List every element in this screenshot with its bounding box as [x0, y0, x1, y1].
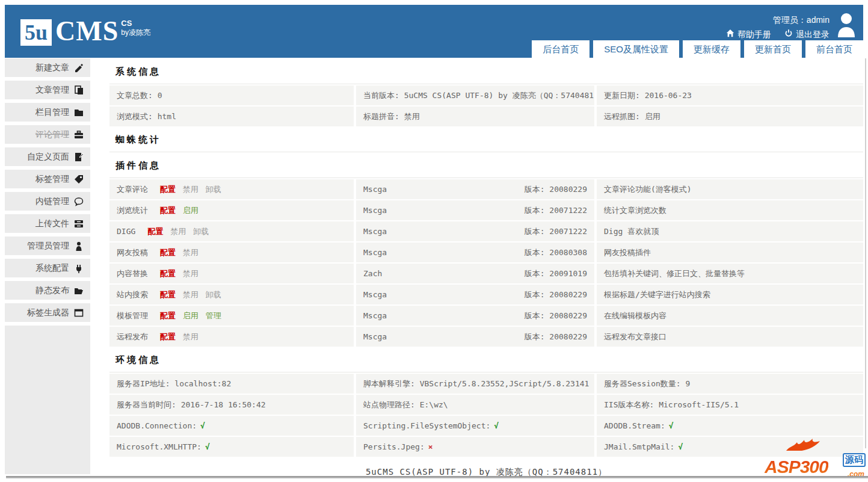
plugin-description: 根据标题/关键字进行站内搜索: [597, 285, 863, 304]
plugin-action-配置[interactable]: 配置: [160, 248, 176, 257]
sidebar-item[interactable]: 文章管理: [5, 81, 90, 99]
section-title-plugins: 插件信息: [109, 152, 863, 178]
check-mark-icon: √: [678, 442, 683, 451]
info-row: ADODB.Connection:√ Scripting.FileSystemO…: [109, 416, 863, 436]
info-cell: 脚本解释引擎: VBScript/5.8.23552,JScript/5.8.2…: [356, 374, 594, 394]
sidebar-item[interactable]: 标签生成器: [5, 303, 90, 322]
plugin-action-卸载[interactable]: 卸载: [206, 185, 221, 194]
plugin-author: Mscga: [363, 243, 387, 262]
logout-link[interactable]: 退出登录: [784, 28, 830, 41]
info-cell: 服务器IP地址: localhost:82: [109, 374, 354, 394]
nav-tab-2[interactable]: 更新缓存: [683, 40, 740, 58]
plugin-author: Mscga: [363, 306, 387, 326]
help-link-label: 帮助手册: [737, 28, 771, 41]
nav-tab-4[interactable]: 前台首页: [805, 40, 863, 58]
article-manage-icon: [74, 85, 84, 95]
plugin-version: 版本: 20080308: [525, 243, 587, 262]
plugin-action-禁用[interactable]: 禁用: [183, 269, 199, 278]
section-title-environment: 环境信息: [109, 347, 863, 372]
plugin-action-配置[interactable]: 配置: [160, 332, 176, 341]
plugin-cell-meta: Mscga 版本: 20080308: [356, 243, 594, 262]
sidebar-item-label: 静态发布: [35, 285, 69, 296]
sidebar-item[interactable]: 新建文章: [5, 58, 90, 77]
sidebar-item[interactable]: 内链管理: [5, 192, 90, 211]
page: 5u CMS CS by凌陈亮 管理员：admin 帮助手册: [0, 0, 868, 482]
plugin-row: 远程发布 配置禁用 Mscga 版本: 20080229 远程发布文章接口: [109, 327, 863, 347]
logo-edition: CS: [121, 19, 150, 28]
sidebar-item[interactable]: 上传文件: [5, 214, 90, 233]
plugin-cell-main: DIGG 配置禁用卸载: [109, 221, 354, 241]
plugin-version: 版本: 20080229: [525, 327, 587, 347]
open-folder-icon: [74, 286, 84, 295]
folder-icon: [74, 108, 84, 117]
window-icon: [74, 308, 84, 318]
plugin-action-配置[interactable]: 配置: [147, 227, 163, 236]
main-content: 系统信息 文章总数: 0 当前版本: 5uCMS CS(ASP UTF-8) b…: [109, 58, 863, 478]
sidebar-item[interactable]: 自定义页面: [5, 147, 90, 166]
plugin-action-配置[interactable]: 配置: [160, 206, 176, 215]
info-cell: 文章总数: 0: [109, 85, 354, 105]
check-mark-icon: √: [494, 421, 499, 430]
nav-tab-3[interactable]: 更新首页: [744, 40, 802, 58]
plugin-action-禁用[interactable]: 禁用: [183, 185, 199, 194]
plugin-action-禁用[interactable]: 禁用: [183, 290, 199, 299]
plugin-name: 模板管理: [117, 311, 148, 320]
plugin-action-禁用[interactable]: 禁用: [170, 227, 186, 236]
sidebar-item[interactable]: 标签管理: [5, 170, 90, 188]
plugin-description: 包括填补关键词、修正日文、批量替换等: [597, 264, 863, 283]
nav-tab-1[interactable]: SEO及属性设置: [593, 40, 679, 58]
plugin-action-配置[interactable]: 配置: [160, 311, 176, 320]
info-row: 服务器IP地址: localhost:82 脚本解释引擎: VBScript/5…: [109, 374, 863, 394]
plugin-name: 浏览统计: [117, 206, 148, 215]
plugin-row: 文章评论 配置禁用卸载 Mscga 版本: 20080229 文章评论功能(游客…: [109, 179, 863, 199]
plugin-action-配置[interactable]: 配置: [160, 185, 176, 194]
plugin-cell-meta: Mscga 版本: 20080229: [356, 179, 594, 199]
plugin-name: DIGG: [117, 227, 135, 236]
plugin-description: Digg 喜欢就顶: [597, 221, 863, 241]
nav-tab-0[interactable]: 后台首页: [532, 40, 589, 58]
info-row: 服务器当前时间: 2016-7-18 16:50:42 站点物理路径: E:\w…: [109, 395, 863, 415]
plugin-action-卸载[interactable]: 卸载: [193, 227, 209, 236]
tag-icon: [74, 175, 84, 184]
plugin-action-配置[interactable]: 配置: [160, 290, 176, 299]
sidebar-item-label: 上传文件: [35, 218, 69, 229]
briefcase-icon: [74, 130, 84, 140]
sidebar-item[interactable]: 管理员管理: [5, 236, 90, 255]
sidebar-item-label: 管理员管理: [27, 241, 69, 252]
plugin-action-启用[interactable]: 启用: [183, 206, 199, 215]
avatar[interactable]: [836, 12, 857, 37]
info-cell: IIS版本名称: Microsoft-IIS/5.1: [597, 395, 863, 415]
sidebar: 新建文章 文章管理 栏目管理 评论管理 自定义页面 标签管理 内链管理 上传文件…: [5, 58, 90, 474]
plugin-action-管理[interactable]: 管理: [206, 311, 221, 320]
plugin-description: 统计文章浏览次数: [597, 200, 863, 220]
info-cell: 服务器当前时间: 2016-7-18 16:50:42: [109, 395, 354, 415]
sidebar-item[interactable]: 静态发布: [5, 281, 90, 300]
comment-icon: [74, 197, 84, 206]
plugin-cell-main: 站内搜索 配置禁用卸载: [109, 285, 354, 304]
info-cell: Microsoft.XMLHTTP:√: [109, 437, 354, 457]
info-cell: 浏览模式: html: [109, 107, 354, 126]
plugin-name: 内容替换: [117, 269, 148, 278]
info-cell: Scripting.FileSystemObject:√: [356, 416, 594, 436]
logout-link-label: 退出登录: [796, 28, 830, 41]
plugin-cell-meta: Mscga 版本: 20071222: [356, 200, 594, 220]
help-link[interactable]: 帮助手册: [726, 28, 771, 41]
plugin-action-启用[interactable]: 启用: [183, 311, 199, 320]
plugin-action-禁用[interactable]: 禁用: [183, 248, 199, 257]
plugin-action-禁用[interactable]: 禁用: [183, 332, 199, 341]
sidebar-item[interactable]: 系统配置: [5, 259, 90, 277]
plugin-name: 网友投稿: [117, 248, 148, 257]
plugin-author: Mscga: [363, 327, 387, 347]
plugin-action-卸载[interactable]: 卸载: [206, 290, 221, 299]
plugin-name: 文章评论: [117, 185, 148, 194]
sidebar-item-label: 自定义页面: [27, 152, 69, 162]
plugin-action-配置[interactable]: 配置: [160, 269, 176, 278]
home-icon: [726, 28, 734, 41]
sidebar-item[interactable]: 评论管理: [5, 125, 90, 144]
plugin-name: 站内搜索: [117, 290, 148, 299]
plugin-cell-meta: Zach 版本: 20091019: [356, 264, 594, 283]
sidebar-item-label: 内链管理: [35, 196, 69, 207]
plugin-rows: 文章评论 配置禁用卸载 Mscga 版本: 20080229 文章评论功能(游客…: [109, 179, 863, 347]
sidebar-item[interactable]: 栏目管理: [5, 103, 90, 122]
sidebar-item-label: 系统配置: [35, 263, 69, 274]
